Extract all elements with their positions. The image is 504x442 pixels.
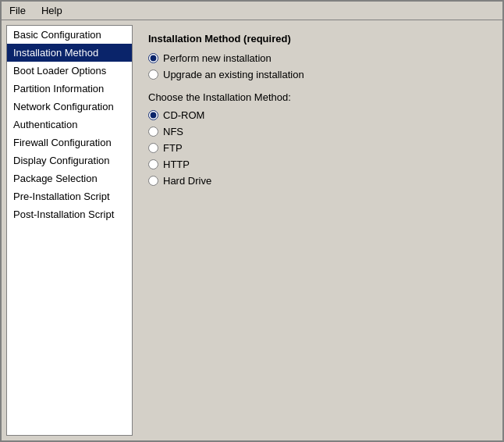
radio-upgrade-install[interactable] [148,70,158,80]
install-type-group: Perform new installationUpgrade an exist… [148,52,487,80]
radio-label-text-http: HTTP [163,159,190,170]
radio-label-text-hard-drive: Hard Drive [163,175,211,187]
radio-hard-drive[interactable] [148,176,158,186]
method-subtitle: Choose the Installation Method: [148,91,487,103]
radio-label-new-install[interactable]: Perform new installation [148,52,487,64]
radio-ftp[interactable] [148,143,158,153]
sidebar-item-display-configuration[interactable]: Display Configuration [7,151,132,169]
main-panel: Installation Method (required) Perform n… [137,25,498,436]
sidebar-item-partition-information[interactable]: Partition Information [7,80,132,98]
radio-label-text-upgrade-install: Upgrade an existing installation [163,69,304,80]
radio-nfs[interactable] [148,127,158,137]
radio-label-http[interactable]: HTTP [148,159,487,170]
sidebar: Basic ConfigurationInstallation MethodBo… [6,25,133,436]
content-area: Basic ConfigurationInstallation MethodBo… [2,20,502,440]
sidebar-item-package-selection[interactable]: Package Selection [7,169,132,187]
method-options-group: CD-ROMNFSFTPHTTPHard Drive [148,109,487,187]
section-title: Installation Method (required) [148,33,487,45]
sidebar-item-pre-installation-script[interactable]: Pre-Installation Script [7,187,132,205]
sidebar-item-network-configuration[interactable]: Network Configuration [7,98,132,116]
sidebar-item-firewall-configuration[interactable]: Firewall Configuration [7,134,132,151]
main-window: File Help Basic ConfigurationInstallatio… [0,0,504,442]
radio-label-upgrade-install[interactable]: Upgrade an existing installation [148,69,487,80]
radio-cdrom[interactable] [148,110,158,120]
sidebar-item-installation-method[interactable]: Installation Method [7,44,132,62]
sidebar-item-boot-loader-options[interactable]: Boot Loader Options [7,62,132,80]
radio-http[interactable] [148,159,158,169]
radio-label-text-nfs: NFS [163,126,183,137]
radio-label-nfs[interactable]: NFS [148,126,487,137]
menu-file[interactable]: File [5,3,30,18]
radio-label-ftp[interactable]: FTP [148,142,487,154]
sidebar-item-basic-configuration[interactable]: Basic Configuration [7,26,132,44]
menu-help[interactable]: Help [37,3,67,18]
radio-label-text-ftp: FTP [163,142,183,154]
radio-label-cdrom[interactable]: CD-ROM [148,109,487,121]
radio-label-text-cdrom: CD-ROM [163,109,204,121]
radio-new-install[interactable] [148,53,158,63]
radio-label-hard-drive[interactable]: Hard Drive [148,175,487,187]
menubar: File Help [2,2,502,20]
sidebar-item-authentication[interactable]: Authentication [7,116,132,134]
sidebar-item-post-installation-script[interactable]: Post-Installation Script [7,205,132,223]
radio-label-text-new-install: Perform new installation [163,52,272,64]
